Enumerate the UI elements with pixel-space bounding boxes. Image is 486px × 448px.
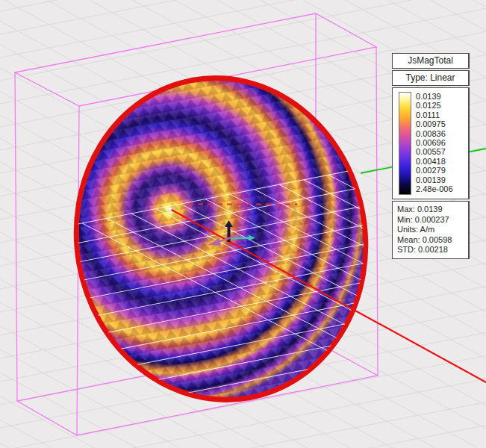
scale-value: 0.0125 <box>416 101 453 110</box>
y-axis-arrow <box>231 238 249 239</box>
colorbar <box>399 92 411 195</box>
scale-value: 0.0111 <box>416 111 453 119</box>
stat-std: STD: 0.00218 <box>397 245 468 255</box>
legend-title: JsMagTotal <box>392 53 470 69</box>
scale-value: 0.00418 <box>416 157 453 166</box>
stat-mean: Mean: 0.00598 <box>397 235 468 246</box>
stat-min: Min: 0.000237 <box>397 215 468 225</box>
scale-value: 0.00836 <box>416 129 453 138</box>
scale-value: 0.00696 <box>416 138 453 147</box>
scale-value: 0.0139 <box>416 92 453 101</box>
stat-max: Max: 0.0139 <box>397 205 468 215</box>
scale-value: 0.00279 <box>416 166 453 175</box>
stat-units: Units: A/m <box>397 225 468 235</box>
dish-facet-texture <box>54 57 388 420</box>
legend-colorbar-section: 0.0139 0.0125 0.0111 0.00975 0.00836 0.0… <box>392 87 470 199</box>
scale-value: 0.00557 <box>416 147 453 156</box>
colorbar-values: 0.0139 0.0125 0.0111 0.00975 0.00836 0.0… <box>416 92 453 195</box>
legend-scale-type: Type: Linear <box>392 70 470 86</box>
feed-point-dot <box>169 208 172 211</box>
scale-value: 0.00975 <box>416 119 453 128</box>
scale-value: 2.48e-006 <box>416 184 453 193</box>
scale-value: 0.00139 <box>416 175 453 184</box>
field-plot-legend[interactable]: JsMagTotal Type: Linear 0.0139 0.0125 0.… <box>392 53 470 261</box>
3d-modeler-viewport[interactable]: JsMagTotal Type: Linear 0.0139 0.0125 0.… <box>0 0 486 448</box>
legend-stats: Max: 0.0139 Min: 0.000237 Units: A/m Mea… <box>392 201 470 259</box>
